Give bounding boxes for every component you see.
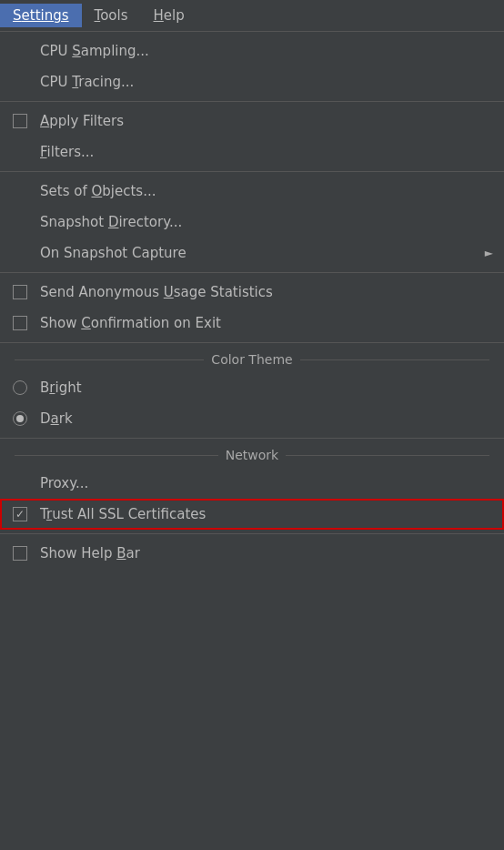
- network-label: Network: [0, 442, 504, 468]
- menu-settings-label: Settings: [13, 7, 69, 24]
- snapshot-directory-label: Snapshot Directory...: [40, 214, 182, 230]
- color-theme-label: Color Theme: [0, 347, 504, 372]
- section-profiling: CPU Sampling... CPU Tracing...: [0, 32, 504, 102]
- proxy-item[interactable]: Proxy...: [0, 468, 504, 499]
- on-snapshot-capture-label: On Snapshot Capture: [40, 245, 186, 261]
- proxy-label: Proxy...: [40, 475, 88, 491]
- on-snapshot-capture-item[interactable]: On Snapshot Capture ►: [0, 238, 504, 268]
- checkmark-icon: ✓: [15, 509, 25, 520]
- trust-ssl-item[interactable]: ✓ Trust All SSL Certificates: [0, 499, 504, 530]
- trust-ssl-checkbox[interactable]: ✓: [13, 507, 27, 521]
- cpu-tracing-item[interactable]: CPU Tracing...: [0, 66, 504, 97]
- filters-label: Filters...: [40, 144, 94, 160]
- cpu-tracing-label: CPU Tracing...: [40, 74, 134, 90]
- bright-label: Bright: [40, 379, 82, 396]
- section-color-theme: Color Theme Bright Dark: [0, 343, 504, 439]
- filters-item[interactable]: Filters...: [0, 137, 504, 167]
- menu-settings[interactable]: Settings: [0, 4, 82, 27]
- apply-filters-item[interactable]: Apply Filters: [0, 106, 504, 137]
- submenu-arrow-icon: ►: [485, 247, 493, 259]
- apply-filters-label: Apply Filters: [40, 113, 124, 129]
- trust-ssl-label: Trust All SSL Certificates: [40, 506, 206, 522]
- send-anonymous-label: Send Anonymous Usage Statistics: [40, 284, 273, 300]
- show-confirmation-checkbox[interactable]: [13, 316, 27, 330]
- cpu-sampling-item[interactable]: CPU Sampling...: [0, 35, 504, 66]
- menu-help-label: Help: [154, 7, 185, 24]
- section-help-bar: Show Help Bar: [0, 534, 504, 572]
- section-filters: Apply Filters Filters...: [0, 102, 504, 172]
- show-help-bar-label: Show Help Bar: [40, 545, 140, 562]
- snapshot-directory-item[interactable]: Snapshot Directory...: [0, 207, 504, 238]
- menu-tools[interactable]: Tools: [82, 4, 141, 27]
- send-anonymous-checkbox[interactable]: [13, 285, 27, 299]
- bright-item[interactable]: Bright: [0, 372, 504, 403]
- menu-tools-label: Tools: [95, 7, 128, 24]
- show-confirmation-item[interactable]: Show Confirmation on Exit: [0, 308, 504, 339]
- send-anonymous-item[interactable]: Send Anonymous Usage Statistics: [0, 277, 504, 308]
- show-help-bar-checkbox[interactable]: [13, 546, 27, 561]
- show-confirmation-label: Show Confirmation on Exit: [40, 315, 221, 331]
- sets-of-objects-label: Sets of Objects...: [40, 183, 156, 199]
- cpu-sampling-label: CPU Sampling...: [40, 43, 149, 59]
- apply-filters-checkbox[interactable]: [13, 114, 27, 128]
- sets-of-objects-item[interactable]: Sets of Objects...: [0, 176, 504, 207]
- dark-label: Dark: [40, 410, 73, 427]
- section-preferences: Send Anonymous Usage Statistics Show Con…: [0, 273, 504, 343]
- menu-bar: Settings Tools Help: [0, 0, 504, 32]
- settings-dropdown: CPU Sampling... CPU Tracing... Apply Fil…: [0, 32, 504, 572]
- dark-item[interactable]: Dark: [0, 403, 504, 434]
- section-network: Network Proxy... ✓ Trust All SSL Certifi…: [0, 439, 504, 534]
- bright-radio[interactable]: [13, 380, 27, 395]
- show-help-bar-item[interactable]: Show Help Bar: [0, 538, 504, 569]
- dark-radio[interactable]: [13, 411, 27, 426]
- menu-help[interactable]: Help: [141, 4, 197, 27]
- section-snapshot: Sets of Objects... Snapshot Directory...…: [0, 172, 504, 273]
